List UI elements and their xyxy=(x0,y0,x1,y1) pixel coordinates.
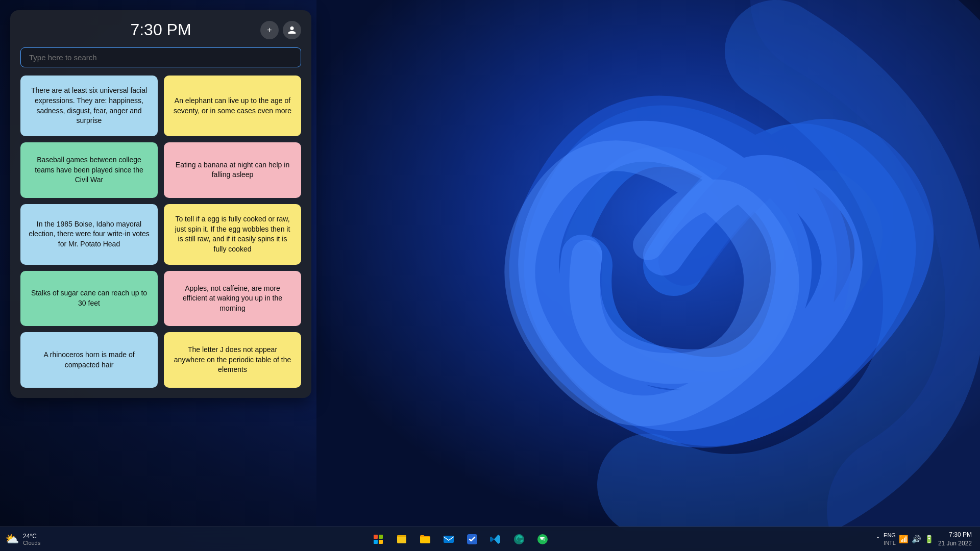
sticky-notes-icon[interactable] xyxy=(391,529,412,549)
fact-card[interactable]: There are at least six universal facial … xyxy=(20,76,158,136)
system-tray-expand[interactable]: ⌃ xyxy=(875,536,880,543)
language-display[interactable]: ENG INTL xyxy=(884,532,896,546)
clock-display: 7:30 PM xyxy=(61,20,260,39)
fact-card-text: The letter J does not appear anywhere on… xyxy=(172,345,293,375)
vscode-icon[interactable] xyxy=(485,529,506,549)
fact-card[interactable]: To tell if a egg is fully cooked or raw,… xyxy=(164,204,301,265)
user-profile-button[interactable] xyxy=(283,21,301,39)
svg-rect-3 xyxy=(444,536,454,543)
taskbar-center xyxy=(45,529,875,549)
system-clock[interactable]: 7:30 PM 21 Jun 2022 xyxy=(938,531,972,548)
desktop-swirl xyxy=(316,0,980,531)
fact-card-text: A rhinoceros horn is made of compacted h… xyxy=(29,350,150,370)
start-button[interactable] xyxy=(368,529,388,549)
search-input[interactable] xyxy=(20,47,301,67)
battery-icon[interactable]: 🔋 xyxy=(924,535,934,544)
fact-card[interactable]: In the 1985 Boise, Idaho mayoral electio… xyxy=(20,204,158,265)
fact-card[interactable]: An elephant can live up to the age of se… xyxy=(164,76,301,136)
system-time: 7:30 PM xyxy=(938,531,972,539)
fact-card[interactable]: Apples, not caffeine, are more efficient… xyxy=(164,271,301,327)
weather-condition: Clouds xyxy=(23,540,40,546)
fact-card-text: Baseball games between college teams hav… xyxy=(29,155,150,185)
fact-card[interactable]: A rhinoceros horn is made of compacted h… xyxy=(20,332,158,388)
system-icons: ⌃ ENG INTL 📶 🔊 🔋 xyxy=(875,532,934,546)
system-date: 21 Jun 2022 xyxy=(938,539,972,548)
fact-card-text: To tell if a egg is fully cooked or raw,… xyxy=(172,214,293,254)
taskbar-right: ⌃ ENG INTL 📶 🔊 🔋 7:30 PM 21 Jun 2022 xyxy=(875,531,980,548)
add-widget-button[interactable]: + xyxy=(260,21,279,39)
fact-card-text: Eating a banana at night can help in fal… xyxy=(172,160,293,180)
file-explorer-icon[interactable] xyxy=(415,529,435,549)
sound-icon[interactable]: 🔊 xyxy=(912,535,921,544)
fact-card[interactable]: Baseball games between college teams hav… xyxy=(20,142,158,198)
widget-panel: 7:30 PM + There are at least six univers… xyxy=(10,10,311,398)
fact-card-text: In the 1985 Boise, Idaho mayoral electio… xyxy=(29,219,150,249)
header-actions: + xyxy=(260,21,301,39)
fact-card[interactable]: Eating a banana at night can help in fal… xyxy=(164,142,301,198)
fact-card-text: Apples, not caffeine, are more efficient… xyxy=(172,284,293,314)
todo-icon[interactable] xyxy=(462,529,482,549)
svg-point-5 xyxy=(537,534,548,544)
fact-card[interactable]: The letter J does not appear anywhere on… xyxy=(164,332,301,388)
spotify-icon[interactable] xyxy=(532,529,553,549)
cards-grid: There are at least six universal facial … xyxy=(20,76,301,388)
svg-rect-2 xyxy=(397,535,406,537)
weather-widget[interactable]: ⛅ 24°C Clouds xyxy=(0,531,45,548)
temperature: 24°C xyxy=(23,533,40,540)
mail-icon[interactable] xyxy=(438,529,459,549)
panel-header: 7:30 PM + xyxy=(20,10,301,47)
edge-icon[interactable] xyxy=(509,529,529,549)
weather-icon: ⛅ xyxy=(5,533,19,546)
wifi-icon[interactable]: 📶 xyxy=(899,535,909,544)
fact-card-text: Stalks of sugar cane can reach up to 30 … xyxy=(29,288,150,308)
fact-card[interactable]: Stalks of sugar cane can reach up to 30 … xyxy=(20,271,158,327)
fact-card-text: There are at least six universal facial … xyxy=(29,86,150,126)
taskbar: ⛅ 24°C Clouds xyxy=(0,527,980,551)
fact-card-text: An elephant can live up to the age of se… xyxy=(172,96,293,116)
